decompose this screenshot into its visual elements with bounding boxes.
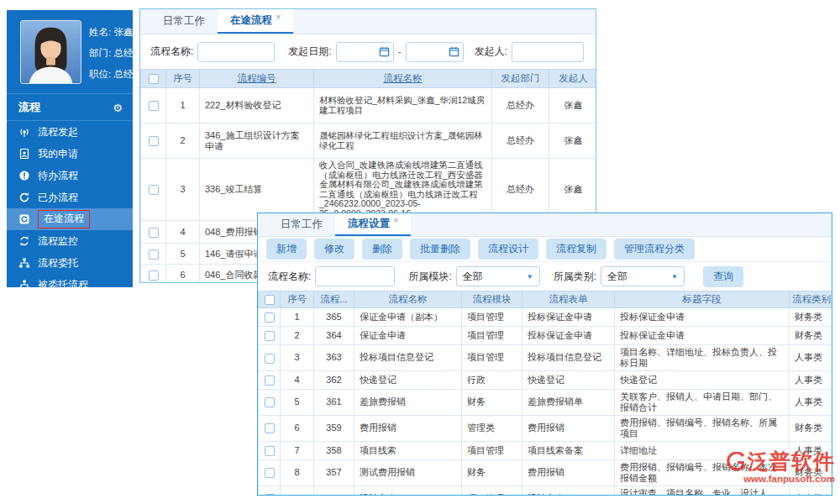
calendar-icon[interactable] [379, 46, 390, 57]
cell-text: 晟铭园林绿化工程组织设计方案_晟铭园林绿化工程 [314, 129, 491, 152]
category-select[interactable]: 全部 ▼ [601, 266, 685, 286]
tab-在途流程[interactable]: 在途流程× [218, 9, 293, 34]
row-checkbox[interactable] [149, 270, 159, 281]
toolbar-button-删除[interactable]: 删除 [362, 239, 402, 260]
cell-text: 1 [281, 310, 313, 324]
start-date-to-field [406, 42, 464, 62]
row-checkbox[interactable] [265, 312, 275, 323]
cell-category: 人事类 [790, 389, 833, 415]
cell-text: 材料验收登记_材料采购_张鑫_华润12城房建工程项目 [314, 94, 491, 117]
row-checkbox[interactable] [149, 185, 159, 195]
sidebar-item-被委托流程[interactable]: 被委托流程 [7, 274, 133, 296]
toolbar-button-流程复制[interactable]: 流程复制 [546, 239, 606, 260]
tab-close-icon[interactable]: × [276, 12, 281, 22]
cell-checkbox [259, 345, 281, 371]
initiator-input[interactable] [512, 42, 584, 62]
row-checkbox[interactable] [265, 468, 275, 478]
sitemap-icon [18, 257, 30, 270]
cell-module: 管理类 [462, 415, 522, 441]
tab-close-icon[interactable]: × [393, 215, 398, 225]
avatar [20, 20, 81, 84]
table-row: 3336_竣工结算收入合同_改建铁路成渝线增建第二直通线（成渝枢纽）电力线路迁改… [141, 159, 597, 221]
flow-name-input[interactable] [197, 42, 275, 62]
row-checkbox[interactable] [149, 101, 159, 111]
cell-dept: 总经办 [492, 123, 549, 159]
tab-label: 日常工作 [281, 218, 323, 232]
sidebar-item-在途流程[interactable]: 在途流程 [7, 208, 133, 230]
column-header-流程...: 流程... [314, 291, 354, 308]
flow-name-input[interactable] [315, 266, 395, 286]
row-checkbox[interactable] [265, 423, 275, 433]
application-doc-icon [18, 148, 30, 160]
module-label: 所属模块: [408, 270, 451, 284]
row-checkbox[interactable] [265, 354, 275, 364]
toolbar-button-流程设计[interactable]: 流程设计 [478, 239, 538, 260]
row-checkbox[interactable] [149, 228, 159, 238]
cell-text: 8 [281, 465, 313, 480]
gear-icon[interactable]: ⚙ [113, 102, 123, 114]
sidebar-item-我的申请[interactable]: 我的申请 [7, 143, 133, 165]
cell-text: 362 [314, 373, 354, 387]
cell-id: 356 [314, 486, 354, 496]
cell-initiator: 张鑫 [549, 123, 597, 159]
cell-code: 336_竣工结算 [200, 159, 314, 221]
column-header-label: 标题字段 [683, 294, 722, 304]
user-dept: 总经办 [113, 48, 143, 58]
tab-流程设置[interactable]: 流程设置× [335, 213, 411, 236]
select-all-checkbox[interactable] [149, 74, 159, 84]
start-date-to-input[interactable] [408, 44, 449, 60]
tab-日常工作[interactable]: 日常工作 [268, 213, 335, 236]
exclamation-circle-icon [18, 170, 30, 182]
toolbar-button-修改[interactable]: 修改 [314, 239, 354, 260]
column-header-流程编号: 流程编号 [200, 70, 314, 88]
front-window-tabbar: 日常工作流程设置× [258, 213, 832, 237]
cell-text: 336_竣工结算 [200, 182, 313, 197]
cell-text: 人事类 [790, 350, 832, 365]
cell-text: 财务类 [790, 328, 832, 343]
cell-no: 7 [281, 441, 314, 459]
row-checkbox[interactable] [265, 446, 275, 456]
broadcast-icon [18, 126, 30, 139]
row-checkbox[interactable] [265, 494, 275, 496]
column-header-label: 流程... [320, 294, 348, 304]
sidebar-item-已办流程[interactable]: 已办流程 [7, 186, 133, 208]
toolbar-button-新增[interactable]: 新增 [266, 239, 307, 260]
cell-text: 投标保证金申请 [615, 310, 789, 324]
cell-no: 6 [166, 265, 200, 284]
select-all-header[interactable] [141, 70, 166, 88]
cell-text: 费用报销、报销编号、报销名称、所属项目 [615, 416, 789, 441]
tab-日常工作[interactable]: 日常工作 [150, 9, 218, 34]
cell-text: 总经办 [492, 134, 549, 148]
row-checkbox[interactable] [149, 249, 159, 260]
calendar-icon[interactable] [449, 46, 459, 57]
cell-text: 2 [281, 328, 313, 343]
sidebar-menu: 流程发起我的申请待办流程已办流程在途流程流程监控流程委托被委托流程 [7, 121, 133, 296]
cell-form: 快递登记 [522, 370, 615, 389]
sidebar-item-待办流程[interactable]: 待办流程 [7, 165, 133, 186]
cell-module: 项目管理 [462, 441, 522, 459]
table-row: 4362快递登记行政快递登记快递登记人事类 [259, 370, 833, 389]
cell-category: 财务类 [790, 415, 833, 441]
search-button[interactable]: 查询 [703, 266, 743, 287]
module-select[interactable]: 全部 ▼ [456, 266, 540, 286]
toolbar-button-管理流程分类[interactable]: 管理流程分类 [614, 239, 695, 260]
cell-checkbox [259, 415, 281, 441]
cell-text: 人事类 [790, 491, 832, 496]
select-all-header[interactable] [259, 291, 281, 308]
cell-text: 222_材料验收登记 [200, 98, 313, 113]
sidebar-item-流程监控[interactable]: 流程监控 [7, 230, 133, 252]
sidebar-item-流程发起[interactable]: 流程发起 [7, 121, 133, 143]
toolbar-button-批量删除[interactable]: 批量删除 [410, 239, 470, 260]
column-header-序号: 序号 [281, 291, 314, 308]
tab-label: 在途流程 [230, 13, 272, 28]
redo-c-icon [18, 192, 30, 204]
row-checkbox[interactable] [149, 136, 159, 146]
row-checkbox[interactable] [265, 331, 275, 341]
row-checkbox[interactable] [265, 397, 275, 407]
sidebar-item-label: 流程监控 [38, 234, 78, 249]
select-all-checkbox[interactable] [265, 295, 275, 305]
sidebar-item-流程委托[interactable]: 流程委托 [7, 252, 133, 274]
start-date-from-input[interactable] [339, 44, 379, 60]
cell-no: 5 [166, 244, 200, 265]
row-checkbox[interactable] [265, 375, 275, 386]
